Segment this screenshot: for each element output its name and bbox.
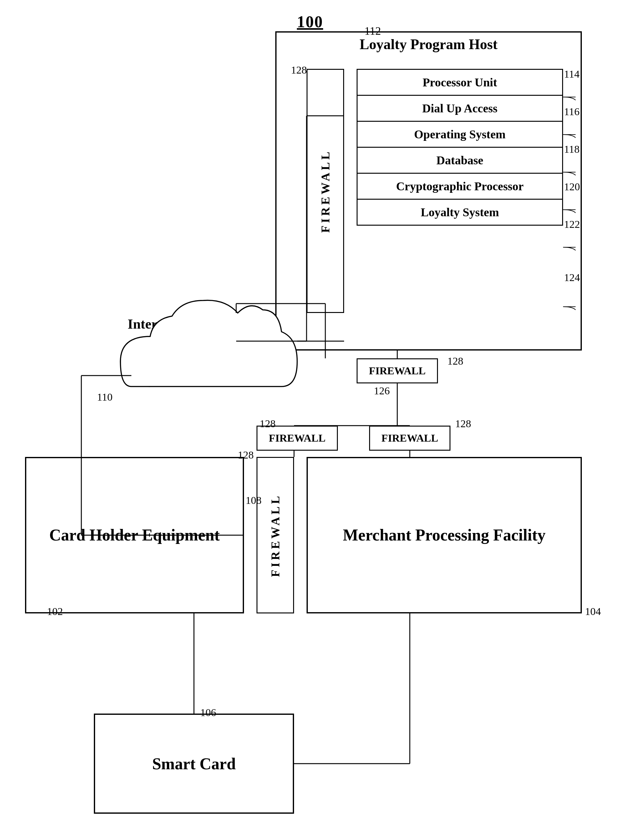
merchant-label: Merchant Processing Facility bbox=[343, 525, 546, 546]
operating-system-box: Operating System bbox=[358, 122, 562, 148]
smart-card-label: Smart Card bbox=[152, 754, 236, 773]
ref-104: 104 bbox=[585, 606, 601, 617]
card-holder-label: Card Holder Equipment bbox=[49, 525, 220, 546]
ref-118: 118 bbox=[564, 143, 579, 155]
ref-110: 110 bbox=[97, 391, 113, 403]
firewall-vertical-left: FIREWALL bbox=[256, 457, 294, 614]
card-holder-box: Card Holder Equipment bbox=[25, 457, 244, 614]
processor-unit-box: Processor Unit bbox=[358, 70, 562, 96]
svg-point-4 bbox=[222, 338, 275, 385]
dial-up-access-box: Dial Up Access bbox=[358, 96, 562, 122]
inner-boxes-container: Processor Unit Dial Up Access Operating … bbox=[357, 69, 563, 226]
ref-116: 116 bbox=[564, 106, 579, 118]
internet-label: Internet bbox=[92, 316, 211, 332]
figure-number: 100 bbox=[297, 12, 323, 31]
firewall-vertical-top-label: FIREWALL bbox=[319, 149, 332, 233]
merchant-box: Merchant Processing Facility bbox=[307, 457, 582, 614]
ref-114: 114 bbox=[564, 68, 579, 80]
ref-122: 122 bbox=[564, 219, 580, 230]
diagram-container: 100 Loyalty Program Host 112 FIREWALL 12… bbox=[0, 0, 620, 840]
firewall-bot-right: FIREWALL bbox=[369, 426, 450, 451]
ref-120: 120 bbox=[564, 181, 580, 193]
database-box: Database bbox=[358, 148, 562, 174]
loyalty-host-label: Loyalty Program Host bbox=[280, 36, 577, 53]
ref-128-fw3: 128 bbox=[455, 418, 471, 430]
ref-126: 126 bbox=[374, 385, 390, 397]
ref-128-fw2: 128 bbox=[260, 418, 275, 430]
svg-rect-5 bbox=[150, 354, 253, 391]
firewall-vertical-top: FIREWALL bbox=[307, 69, 344, 313]
internet-cloud bbox=[120, 300, 297, 392]
loyalty-system-box: Loyalty System bbox=[358, 200, 562, 225]
svg-point-0 bbox=[120, 336, 180, 386]
svg-point-3 bbox=[203, 326, 253, 369]
cryptographic-processor-box: Cryptographic Processor bbox=[358, 174, 562, 200]
firewall-vertical-left-label: FIREWALL bbox=[268, 493, 282, 577]
ref-106: 106 bbox=[200, 707, 216, 719]
ref-124: 124 bbox=[564, 271, 580, 284]
ref-108: 108 bbox=[245, 495, 262, 507]
ref-102: 102 bbox=[47, 606, 63, 617]
ref-128-top-left: 128 bbox=[291, 64, 307, 76]
smart-card-box: Smart Card bbox=[94, 713, 294, 814]
ref-112: 112 bbox=[364, 24, 381, 38]
ref-128-fw1: 128 bbox=[447, 355, 463, 367]
firewall-mid: FIREWALL bbox=[357, 358, 438, 383]
